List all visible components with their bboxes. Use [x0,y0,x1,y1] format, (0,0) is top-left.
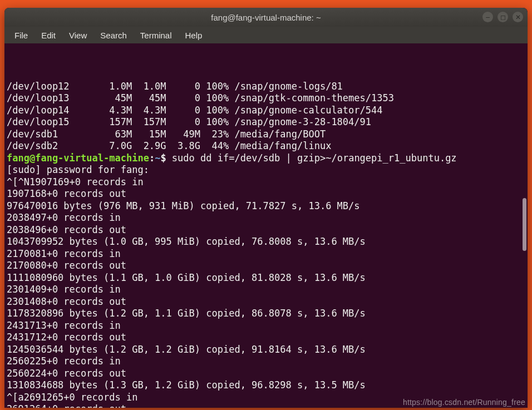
close-button[interactable]: ✕ [513,12,523,22]
watermark: https://blog.csdn.net/Running_free [403,398,525,407]
maximize-icon: ◻ [500,13,506,21]
scrollbar-thumb[interactable] [523,198,526,251]
command-text: sudo dd if=/dev/sdb | gzip>~/orangepi_r1… [172,152,457,164]
prompt-sep: : [149,152,155,164]
titlebar[interactable]: fang@fang-virtual-machine: ~ – ◻ ✕ [4,8,528,27]
menu-search[interactable]: Search [93,28,134,43]
scrollbar[interactable] [521,43,528,408]
window-controls: – ◻ ✕ [482,12,523,22]
menu-help[interactable]: Help [179,28,209,43]
terminal-viewport[interactable]: /dev/loop12 1.0M 1.0M 0 100% /snap/gnome… [4,43,528,408]
menu-file[interactable]: File [8,28,35,43]
dd-output: [sudo] password for fang: ^[^N1907169+0 … [7,164,525,408]
menu-edit[interactable]: Edit [35,28,62,43]
prompt-line: fang@fang-virtual-machine:~$ sudo dd if=… [7,152,525,165]
minimize-button[interactable]: – [482,12,493,22]
menubar: File Edit View Search Terminal Help [4,27,528,43]
menu-terminal[interactable]: Terminal [134,28,179,43]
window-title: fang@fang-virtual-machine: ~ [211,13,321,22]
maximize-button[interactable]: ◻ [497,12,508,22]
terminal-window: fang@fang-virtual-machine: ~ – ◻ ✕ File … [4,8,528,408]
menu-view[interactable]: View [62,28,93,43]
df-output: /dev/loop12 1.0M 1.0M 0 100% /snap/gnome… [7,81,525,152]
prompt-dollar: $ [160,152,171,164]
minimize-icon: – [486,13,490,21]
close-icon: ✕ [515,13,521,21]
prompt-user-host: fang@fang-virtual-machine [7,152,149,164]
prompt-path: ~ [155,152,160,164]
